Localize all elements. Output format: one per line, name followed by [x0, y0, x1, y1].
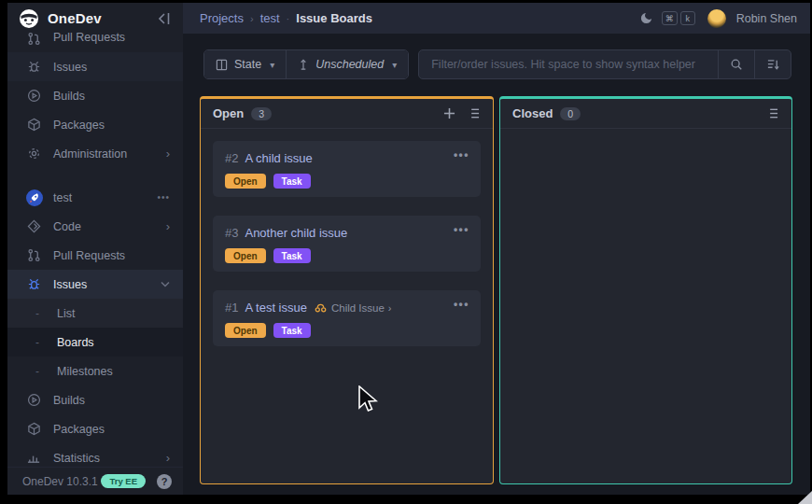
- issue-badges: Open Task: [225, 323, 469, 338]
- sidebar-item-label: Issues: [53, 61, 87, 74]
- issue-title-link[interactable]: Another child issue: [245, 226, 347, 240]
- sidebar-item-project-packages[interactable]: Packages: [7, 414, 183, 443]
- sidebar-item-label: Packages: [53, 423, 105, 436]
- breadcrumb-page-title: Issue Boards: [296, 11, 372, 25]
- sidebar-item-issues-boards[interactable]: - Boards: [7, 328, 183, 357]
- user-avatar[interactable]: [707, 9, 726, 28]
- sidebar-item-pull-requests[interactable]: Pull Requests: [7, 31, 183, 52]
- pull-request-icon: [26, 31, 41, 46]
- column-list-icon[interactable]: [765, 107, 779, 119]
- dash-icon: -: [30, 365, 45, 378]
- issue-badges: Open Task: [225, 248, 469, 263]
- child-issue-link-label: Child Issue: [331, 302, 385, 314]
- sidebar-item-project-builds[interactable]: Builds: [7, 385, 183, 414]
- issue-card[interactable]: #3 Another child issue ••• Open Task: [213, 216, 481, 272]
- sidebar-item-code[interactable]: Code ›: [7, 212, 183, 241]
- sidebar-item-administration[interactable]: Administration ›: [7, 139, 183, 168]
- state-badge: Open: [225, 174, 266, 189]
- type-badge: Task: [273, 174, 311, 189]
- milestone-icon: [298, 59, 309, 71]
- bar-chart-icon: [26, 451, 41, 466]
- card-menu-icon[interactable]: •••: [454, 298, 469, 311]
- sidebar-item-project-issues[interactable]: Issues: [7, 270, 183, 299]
- play-circle-icon: [26, 393, 41, 408]
- state-badge: Open: [225, 323, 266, 338]
- issue-number: #1: [225, 301, 238, 315]
- type-badge: Task: [273, 323, 311, 338]
- sidebar-collapse-icon[interactable]: [157, 12, 172, 25]
- child-issue-link[interactable]: Child Issue ›: [315, 302, 392, 314]
- sidebar-item-label: Milestones: [57, 365, 113, 378]
- sidebar-footer: OneDev 10.3.1 Try EE ?: [7, 467, 183, 495]
- sidebar-item-packages[interactable]: Packages: [7, 110, 183, 139]
- sidebar-item-label: Builds: [53, 394, 85, 407]
- try-ee-badge[interactable]: Try EE: [101, 474, 146, 488]
- milestone-dropdown-button[interactable]: Unscheduled ▾: [286, 50, 408, 78]
- state-dropdown-label: State: [234, 58, 261, 71]
- dash-icon: -: [30, 307, 45, 320]
- project-menu-icon[interactable]: •••: [157, 192, 170, 203]
- chevron-right-icon: ›: [166, 147, 170, 161]
- column-header: Closed 0: [500, 99, 791, 129]
- sidebar-item-issues-milestones[interactable]: - Milestones: [7, 357, 183, 385]
- issue-card[interactable]: #1 A test issue Child Issue ›: [213, 290, 481, 346]
- cmd-key-icon: ⌘: [662, 11, 678, 25]
- sidebar-item-project-test[interactable]: test •••: [7, 183, 183, 212]
- issue-number: #2: [225, 151, 238, 165]
- column-count-badge: 0: [560, 107, 581, 120]
- child-issue-link-icon: [315, 302, 327, 313]
- add-card-icon[interactable]: [443, 107, 455, 119]
- chevron-right-icon: ›: [166, 451, 170, 465]
- board-column-closed: Closed 0: [499, 96, 792, 484]
- state-dropdown-button[interactable]: State ▾: [204, 50, 286, 78]
- card-menu-icon[interactable]: •••: [454, 223, 469, 236]
- chevron-right-icon: ›: [166, 219, 170, 233]
- sidebar: OneDev Pull Requests: [7, 3, 183, 495]
- user-name[interactable]: Robin Shen: [736, 12, 797, 25]
- sidebar-item-label: Builds: [53, 90, 85, 103]
- sidebar-nav: Pull Requests Issues Builds: [7, 31, 183, 467]
- sidebar-item-label: List: [57, 307, 75, 320]
- issue-title-link[interactable]: A test issue: [245, 301, 306, 315]
- issue-title-link[interactable]: A child issue: [245, 151, 312, 165]
- issue-number: #3: [225, 226, 238, 240]
- project-rocket-icon: [26, 189, 43, 206]
- sidebar-section-gap: [7, 168, 183, 183]
- filter-input[interactable]: [419, 50, 718, 78]
- sidebar-item-issues-list[interactable]: - List: [7, 299, 183, 328]
- sidebar-item-label: Pull Requests: [53, 249, 125, 262]
- sidebar-item-statistics[interactable]: Statistics ›: [7, 443, 183, 467]
- sidebar-item-builds[interactable]: Builds: [7, 81, 183, 110]
- sidebar-item-label: Pull Requests: [53, 31, 125, 44]
- pull-request-icon: [26, 248, 41, 263]
- state-badge: Open: [225, 248, 266, 263]
- board-filter-button-group: State ▾ Unscheduled ▾: [203, 49, 409, 79]
- bug-icon: [26, 277, 41, 292]
- filter-input-group: [418, 49, 791, 79]
- chevron-down-icon: ▾: [392, 60, 397, 70]
- issue-card[interactable]: #2 A child issue ••• Open Task: [213, 141, 481, 197]
- sidebar-item-label: Code: [53, 220, 81, 233]
- play-circle-icon: [26, 89, 41, 104]
- help-icon[interactable]: ?: [157, 474, 172, 489]
- package-icon: [26, 118, 41, 133]
- order-button[interactable]: [754, 50, 791, 78]
- breadcrumb-separator: ·: [287, 13, 290, 24]
- card-menu-icon[interactable]: •••: [454, 148, 469, 161]
- topbar-actions: ⌘ k Robin Shen: [639, 9, 797, 28]
- sidebar-item-label: Packages: [53, 119, 105, 132]
- breadcrumb-project-link[interactable]: test: [260, 11, 280, 25]
- column-count-badge: 3: [251, 107, 272, 120]
- column-list-icon[interactable]: [467, 107, 481, 119]
- dark-mode-toggle-icon[interactable]: [639, 11, 653, 25]
- search-button[interactable]: [718, 50, 754, 78]
- breadcrumb-projects-link[interactable]: Projects: [200, 11, 244, 25]
- column-header: Open 3: [201, 99, 493, 129]
- chevron-down-icon: ▾: [270, 60, 274, 70]
- brand-name: OneDev: [48, 10, 102, 26]
- board-columns-icon: [216, 59, 228, 71]
- type-badge: Task: [273, 248, 311, 263]
- sidebar-item-issues[interactable]: Issues: [7, 52, 183, 81]
- sidebar-item-project-pull-requests[interactable]: Pull Requests: [7, 241, 183, 270]
- project-name: test: [53, 191, 72, 204]
